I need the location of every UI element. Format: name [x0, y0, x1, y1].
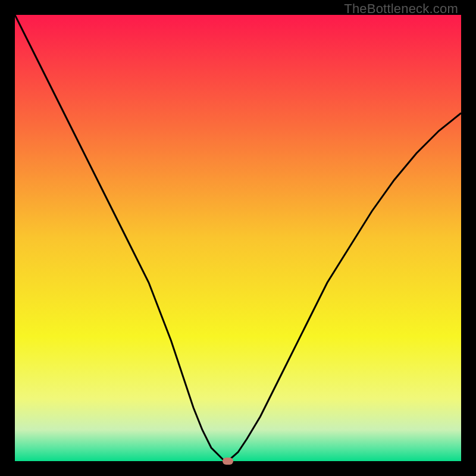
plot-background	[15, 15, 461, 461]
plot-svg	[15, 15, 461, 461]
minimum-marker	[223, 458, 233, 465]
plot-area	[15, 15, 461, 461]
chart-frame: TheBottleneck.com	[0, 0, 476, 476]
